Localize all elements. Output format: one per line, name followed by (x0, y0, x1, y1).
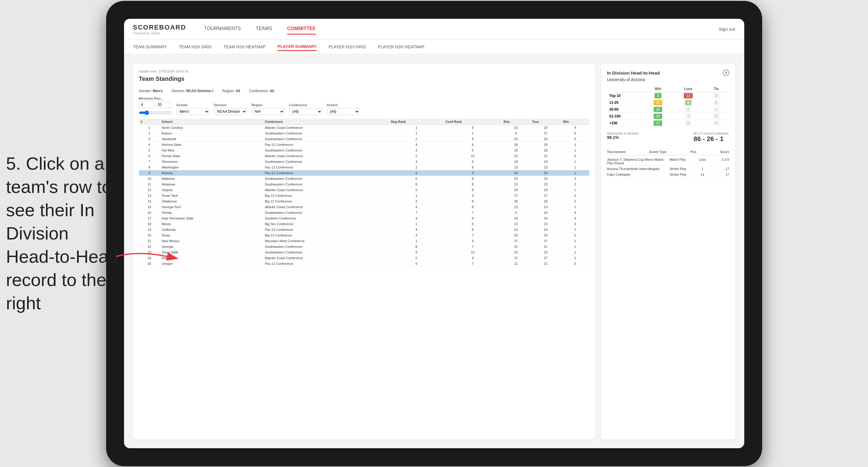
gender-select[interactable]: Men's (177, 108, 209, 115)
wlt-label-group: W-L-T record in-division: 86 - 26 - 1 (693, 131, 729, 148)
standings-table: # School Conference Reg Rank Conf Rank R… (139, 119, 589, 267)
h2h-table: Win Loss Tie Top 10 3 13 0 11-25 11 8 0 … (607, 86, 730, 127)
filter-row: Gender: Men's Division: NCAA Division I … (139, 89, 589, 93)
table-row[interactable]: 10 Alabama Southeastern Conference 5 8 2… (139, 176, 589, 182)
col-win: Win (561, 119, 589, 125)
table-row[interactable]: 14 Oklahoma Big 12 Conference 2 9 26 26 … (139, 198, 589, 204)
table-row[interactable]: 4 Arizona State Pac-12 Conference 4 6 26… (139, 142, 589, 148)
col-rds: Rds (502, 119, 530, 125)
tournament-header: Tournament Event Type Pos Score (607, 150, 730, 155)
update-time: Update time: 27/03/2024 16:56:26 (139, 69, 188, 73)
table-row[interactable]: 1 North Carolina Atlantic Coast Conferen… (139, 125, 589, 131)
col-conf-rank: Conf Rank (444, 119, 502, 125)
logo-sub: Powered by clippd (133, 31, 186, 35)
tournament-section: Tournament Event Type Pos Score Jackson … (607, 150, 730, 178)
annotation-text: 5. Click on a team's row to see their In… (6, 152, 119, 315)
main-content: Update time: 27/03/2024 16:56:26 Team St… (124, 55, 744, 448)
h2h-table-row: >100 27 0 0 (607, 120, 730, 127)
h2h-col-win: Win (643, 86, 673, 92)
tournament-row: Cabo Collegiate Stroke Play 11 17 (607, 172, 730, 178)
school-control: School (All) (327, 103, 360, 115)
standings-card: Update time: 27/03/2024 16:56:26 Team St… (133, 64, 595, 439)
table-row[interactable]: 15 Georgia Tech Atlantic Coast Conferenc… (139, 204, 589, 210)
arrow-overlay (113, 245, 179, 269)
conference-filter: Conference: All (249, 89, 274, 93)
close-button[interactable]: ✕ (723, 69, 730, 76)
table-row[interactable]: 24 Duke Atlantic Coast Conference 5 9 27… (139, 255, 589, 261)
table-row[interactable]: 9 Arizona Pac-12 Conference 5 8 24 24 1 (139, 170, 589, 176)
min-rounds-input[interactable] (139, 101, 154, 108)
col-tour: Tour (530, 119, 561, 125)
table-row[interactable]: 11 Arkansas Southeastern Conference 6 8 … (139, 182, 589, 187)
table-row[interactable]: 5 Ole Miss Southeastern Conference 3 6 1… (139, 148, 589, 153)
tournament-rows: Jackson T. Stephens Cup Men's Match-Play… (607, 157, 730, 178)
table-row[interactable]: 25 Oregon Pac-12 Conference 5 7 21 21 0 (139, 261, 589, 267)
subnav-team-h2h-grid[interactable]: TEAM H2H GRID (179, 43, 212, 51)
tablet-screen: SCOREBOARD Powered by clippd TOURNAMENTS… (124, 19, 744, 448)
table-row[interactable]: 8 Washington Pac-12 Conference 2 8 23 23… (139, 165, 589, 170)
min-rounds-slider[interactable] (139, 110, 172, 115)
subnav-team-summary[interactable]: TEAM SUMMARY (133, 43, 167, 51)
h2h-team: University of Arizona (607, 77, 730, 82)
subnav-player-summary[interactable]: PLAYER SUMMARY (278, 43, 317, 51)
conference-control: Conference (All) (289, 103, 322, 115)
table-row[interactable]: 18 Illinois Big Ten Conference 1 9 23 23… (139, 221, 589, 227)
h2h-col-tie: Tie (704, 86, 730, 92)
nav-teams[interactable]: TEAMS (256, 24, 272, 35)
subnav-player-h2h-grid[interactable]: PLAYER H2H GRID (329, 43, 366, 51)
logo-area: SCOREBOARD Powered by clippd (133, 24, 186, 35)
main-nav: TOURNAMENTS TEAMS COMMITTEE (204, 24, 719, 35)
h2h-table-row: 11-25 11 8 0 (607, 99, 730, 106)
region-filter: Region: All (222, 89, 240, 93)
table-row[interactable]: 23 Texas A&M Southeastern Conference 9 1… (139, 250, 589, 255)
tablet-frame: SCOREBOARD Powered by clippd TOURNAMENTS… (106, 1, 762, 466)
subnav-team-h2h-heatmap[interactable]: TEAM H2H HEATMAP (223, 43, 266, 51)
table-row[interactable]: 7 Tennessee Southeastern Conference 4 6 … (139, 159, 589, 165)
tournament-row: Jackson T. Stephens Cup Men's Match-Play… (607, 157, 730, 166)
col-school: School (160, 119, 263, 125)
logo-text: SCOREBOARD (133, 24, 186, 31)
table-row[interactable]: 19 California Pac-12 Conference 4 8 24 2… (139, 227, 589, 232)
gender-filter: Gender: Men's (139, 89, 163, 93)
sub-nav: TEAM SUMMARY TEAM H2H GRID TEAM H2H HEAT… (124, 40, 744, 55)
col-reg-rank: Reg Rank (389, 119, 444, 125)
division-filter: Division: NCAA Division I (172, 89, 214, 93)
school-select[interactable]: (All) (327, 108, 360, 115)
h2h-table-row: 51-100 20 3 0 (607, 113, 730, 120)
h2h-col-range (607, 86, 643, 92)
tournament-row: Arizona Thunderbirds Intercollegiate Str… (607, 166, 730, 172)
min-rounds-max-input[interactable] (156, 101, 170, 108)
table-row[interactable]: 20 Texas Big 12 Conference 3 7 20 20 0 (139, 232, 589, 238)
conference-select[interactable]: (All) (289, 108, 322, 115)
h2h-header: In Division Head-to-Head ✕ (607, 69, 730, 76)
h2h-title: In Division Head-to-Head (607, 70, 660, 75)
opponents-label-group: Opponents in division: 99.1% (607, 131, 639, 148)
region-control: Region N/A (252, 103, 284, 115)
division-control: Division NCAA Division I (214, 103, 247, 115)
division-select[interactable]: NCAA Division I (214, 108, 247, 115)
col-conference: Conference (263, 119, 389, 125)
h2h-table-row: 26-50 25 2 1 (607, 106, 730, 113)
table-row[interactable]: 17 East Tennessee State Southern Confere… (139, 216, 589, 221)
table-row[interactable]: 12 Virginia Atlantic Coast Conference 3 … (139, 187, 589, 193)
gender-control: Gender Men's (177, 103, 209, 115)
table-row[interactable]: 22 Georgia Southeastern Conference 8 7 2… (139, 244, 589, 250)
table-row[interactable]: 3 Vanderbilt Southeastern Conference 2 8… (139, 136, 589, 142)
table-row[interactable]: 2 Auburn Southeastern Conference 1 1 9 2… (139, 131, 589, 136)
table-row[interactable]: 6 Florida State Atlantic Coast Conferenc… (139, 153, 589, 159)
h2h-col-loss: Loss (673, 86, 704, 92)
app-header: SCOREBOARD Powered by clippd TOURNAMENTS… (124, 19, 744, 40)
h2h-card: In Division Head-to-Head ✕ University of… (601, 64, 735, 439)
table-row[interactable]: 16 Florida Southeastern Conference 7 7 9… (139, 210, 589, 216)
region-select[interactable]: N/A (252, 108, 284, 115)
subnav-player-h2h-heatmap[interactable]: PLAYER H2H HEATMAP (378, 43, 425, 51)
standings-title: Team Standings (139, 75, 188, 82)
sign-out[interactable]: Sign out (719, 27, 735, 32)
table-row[interactable]: 21 New Mexico Mountain West Conference 1… (139, 238, 589, 244)
col-rank: # (139, 119, 160, 125)
nav-tournaments[interactable]: TOURNAMENTS (204, 24, 241, 35)
min-rounds-control: Minimum Rou... (139, 97, 172, 115)
h2h-table-row: Top 10 3 13 0 (607, 92, 730, 99)
table-row[interactable]: 13 Texas Tech Big 12 Conference 1 9 27 2… (139, 193, 589, 198)
nav-committee[interactable]: COMMITTEE (287, 24, 316, 35)
